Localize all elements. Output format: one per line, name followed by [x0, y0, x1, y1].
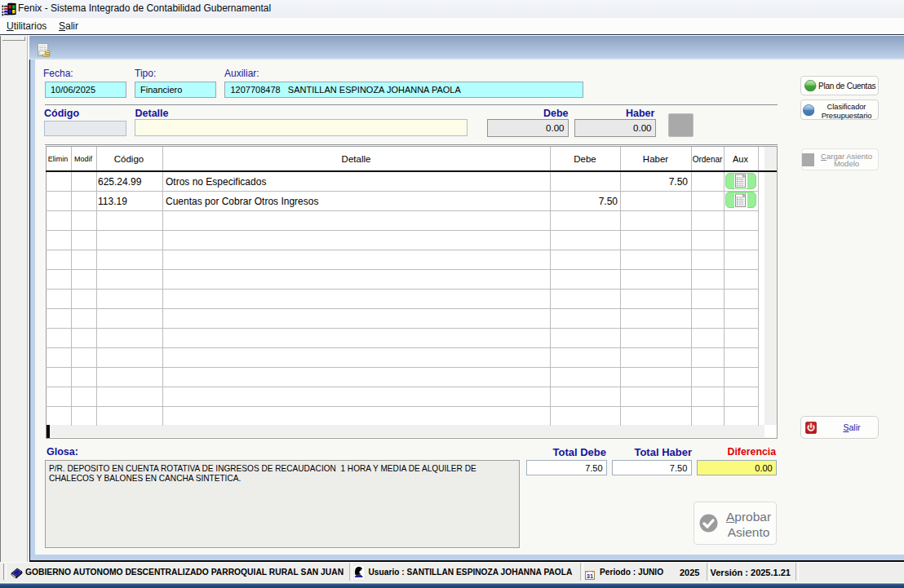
svg-text:31: 31 — [586, 573, 592, 580]
